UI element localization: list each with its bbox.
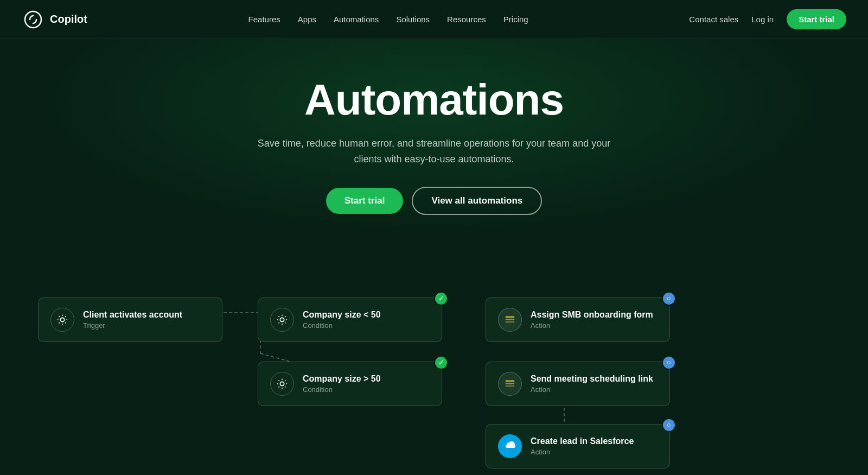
node-smb-subtitle: Action — [531, 321, 653, 330]
node-client-text: Client activates account Trigger — [83, 310, 182, 330]
stack-icon-meeting — [498, 372, 522, 396]
diagram-section: Client activates account Trigger ✓ Compa… — [0, 248, 868, 475]
stack-icon-meeting-svg — [504, 378, 516, 390]
nav-features[interactable]: Features — [248, 15, 280, 24]
login-link[interactable]: Log in — [751, 15, 774, 24]
svg-rect-16 — [506, 380, 515, 382]
salesforce-cloud-icon — [502, 439, 518, 454]
condition-gt50-icon — [276, 378, 288, 390]
view-automations-button[interactable]: View all automations — [412, 187, 542, 215]
node-smb-text: Assign SMB onboarding form Action — [531, 310, 653, 330]
badge-green-gt50: ✓ — [434, 356, 448, 370]
condition-gt50-icon-wrap — [270, 372, 294, 396]
badge-blue-smb: ○ — [662, 292, 676, 306]
hero-subtitle: Save time, reduce human error, and strea… — [250, 136, 618, 167]
nav-resources[interactable]: Resources — [447, 15, 486, 24]
condition-lt50-icon — [276, 314, 288, 326]
logo-text: Copilot — [50, 13, 87, 26]
hero-cta: Start trial View all automations — [22, 187, 846, 215]
svg-point-1 — [25, 11, 41, 28]
badge-blue-meeting: ○ — [662, 356, 676, 370]
node-client-subtitle: Trigger — [83, 321, 182, 330]
node-company-lt50[interactable]: ✓ Company size < 50 Condition — [258, 297, 442, 342]
node-gt50-title: Company size > 50 — [303, 374, 381, 384]
diagram-canvas: Client activates account Trigger ✓ Compa… — [33, 264, 835, 470]
node-lt50-subtitle: Condition — [303, 321, 381, 330]
trigger-icon-wrap — [50, 308, 74, 332]
node-client-activates[interactable]: Client activates account Trigger — [38, 297, 222, 342]
node-meeting-title: Send meeting scheduling link — [531, 374, 653, 384]
node-company-gt50[interactable]: ✓ Company size > 50 Condition — [258, 362, 442, 406]
node-meeting-text: Send meeting scheduling link Action — [531, 374, 653, 394]
stack-icon-smb-svg — [504, 314, 516, 326]
stack-icon-smb — [498, 308, 522, 332]
nav-automations[interactable]: Automations — [334, 15, 379, 24]
node-gt50-subtitle: Condition — [303, 385, 381, 394]
navbar: Copilot Features Apps Automations Soluti… — [0, 0, 868, 39]
hero-title: Automations — [22, 77, 846, 123]
start-trial-nav-button[interactable]: Start trial — [787, 9, 846, 29]
contact-sales-link[interactable]: Contact sales — [689, 15, 738, 24]
salesforce-icon — [498, 434, 522, 458]
svg-rect-14 — [506, 319, 515, 320]
node-send-meeting[interactable]: ○ Send meeting scheduling link Action — [486, 362, 670, 406]
start-trial-hero-button[interactable]: Start trial — [326, 188, 404, 214]
svg-rect-15 — [506, 321, 515, 322]
hero-section: Automations Save time, reduce human erro… — [0, 39, 868, 248]
node-sf-subtitle: Action — [531, 448, 634, 456]
badge-green-lt50: ✓ — [434, 292, 448, 306]
svg-point-11 — [280, 318, 284, 321]
svg-rect-13 — [506, 316, 515, 318]
svg-rect-17 — [506, 383, 515, 384]
node-lt50-text: Company size < 50 Condition — [303, 310, 381, 330]
node-lt50-title: Company size < 50 — [303, 310, 381, 320]
node-gt50-text: Company size > 50 Condition — [303, 374, 381, 394]
svg-point-10 — [60, 318, 64, 321]
node-sf-text: Create lead in Salesforce Action — [531, 436, 634, 456]
nav-links: Features Apps Automations Solutions Reso… — [248, 15, 528, 24]
node-client-title: Client activates account — [83, 310, 182, 320]
node-create-lead[interactable]: ○ Create lead in Salesforce Action — [486, 424, 670, 468]
node-meeting-subtitle: Action — [531, 385, 653, 394]
node-sf-title: Create lead in Salesforce — [531, 436, 634, 446]
nav-right: Contact sales Log in Start trial — [689, 9, 846, 29]
node-smb-title: Assign SMB onboarding form — [531, 310, 653, 320]
nav-solutions[interactable]: Solutions — [396, 15, 430, 24]
logo-icon — [22, 8, 44, 31]
condition-lt50-icon-wrap — [270, 308, 294, 332]
badge-blue-sf: ○ — [662, 418, 676, 432]
nav-apps[interactable]: Apps — [298, 15, 316, 24]
logo-link[interactable]: Copilot — [22, 8, 87, 31]
nav-pricing[interactable]: Pricing — [503, 15, 528, 24]
svg-point-12 — [280, 382, 284, 385]
trigger-icon — [56, 314, 68, 326]
svg-rect-18 — [506, 385, 515, 387]
node-assign-smb[interactable]: ○ Assign SMB onboarding form Action — [486, 297, 670, 342]
